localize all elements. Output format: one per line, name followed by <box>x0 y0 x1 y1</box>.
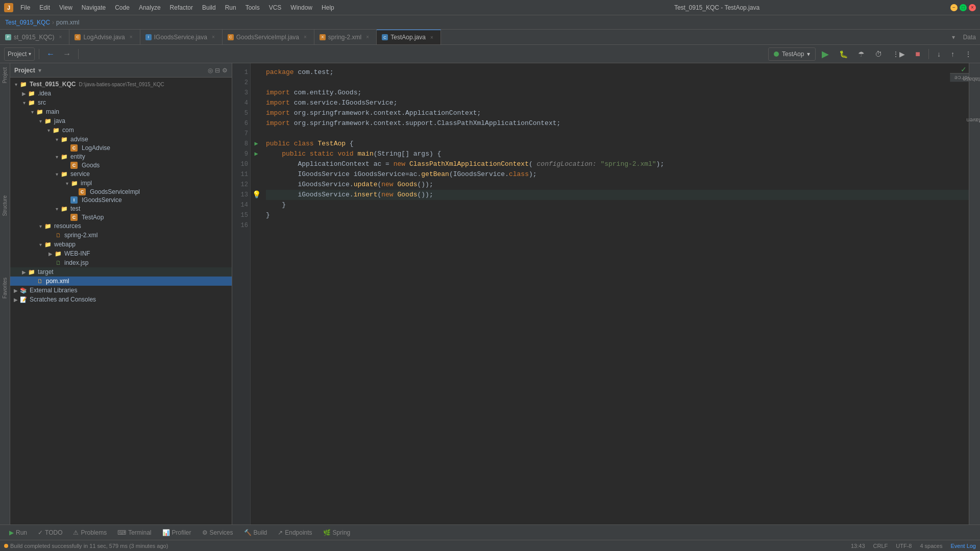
collapse-all-button[interactable]: ⊟ <box>215 67 220 74</box>
gutter-9[interactable]: ▶ <box>251 149 262 159</box>
code-content[interactable]: package com.test; import com.entity.Good… <box>262 63 969 524</box>
tab-close-goodsserviceimpl[interactable]: × <box>302 34 309 41</box>
tree-item-logadvise[interactable]: ▶ C LogAdvise <box>10 144 232 152</box>
bottom-tab-run[interactable]: ▶ Run <box>4 525 33 540</box>
tree-item-test[interactable]: ▾ 📁 test <box>10 204 232 213</box>
git-push-button[interactable]: ↑ <box>947 48 959 60</box>
tab-close-logadvise[interactable]: × <box>128 34 135 41</box>
menu-window[interactable]: Window <box>286 3 316 12</box>
project-dropdown[interactable]: Project ▾ <box>4 47 35 61</box>
line-num-9: 9 <box>232 149 248 159</box>
bottom-tab-todo[interactable]: ✓ TODO <box>33 525 68 540</box>
database-tab[interactable]: Database <box>963 77 980 83</box>
bottom-tab-problems[interactable]: ⚠ Problems <box>68 525 112 540</box>
tab-more-button[interactable]: ▾ <box>948 30 959 44</box>
menu-refactor[interactable]: Refactor <box>166 3 197 12</box>
tree-item-goodsserviceimpl[interactable]: ▶ C GoodsServiceImpl <box>10 188 232 196</box>
locate-file-button[interactable]: ◎ <box>208 67 213 74</box>
menu-build[interactable]: Build <box>198 3 220 12</box>
coverage-button[interactable]: ☂ <box>854 48 869 60</box>
tree-item-testaop[interactable]: ▶ C TestAop <box>10 213 232 221</box>
tree-item-pomxml[interactable]: ▶ 🗋 pom.xml <box>10 277 232 286</box>
menu-code[interactable]: Code <box>111 3 134 12</box>
tree-item-src[interactable]: ▾ 📁 src <box>10 98 232 107</box>
tab-close-spring2xml[interactable]: × <box>364 34 371 41</box>
tab-close-testaop[interactable]: × <box>428 34 435 41</box>
gutter-8[interactable]: ▶ <box>251 139 262 149</box>
close-button[interactable]: × <box>969 4 976 11</box>
tab-close-igoodsservice[interactable]: × <box>210 34 217 41</box>
favorites-strip-label[interactable]: Favorites <box>2 278 8 298</box>
breadcrumb-project[interactable]: Test_0915_KQC <box>5 19 50 26</box>
tab-goodsserviceimpl[interactable]: C GoodsServiceImpl.java × <box>223 30 314 44</box>
run-button[interactable]: ▶ <box>818 47 833 61</box>
run-line-8-icon[interactable]: ▶ <box>254 139 258 149</box>
tree-item-indexjsp[interactable]: ▶ 🗋 index.jsp <box>10 258 232 267</box>
tree-item-scratches[interactable]: ▶ 📝 Scratches and Consoles <box>10 295 232 304</box>
tab-testaop[interactable]: C TestAop.java × <box>377 30 441 44</box>
run-config-dropdown[interactable]: TestAop ▾ <box>768 47 816 61</box>
tree-item-java[interactable]: ▾ 📁 java <box>10 116 232 126</box>
bottom-tab-spring[interactable]: 🌿 Spring <box>318 525 356 540</box>
status-line-ending[interactable]: CRLF <box>873 543 888 549</box>
code-editor[interactable]: 1 2 3 4 5 6 7 8 9 10 11 12 13 14 15 16 <box>232 63 969 524</box>
tree-item-target[interactable]: ▶ 📁 target <box>10 267 232 277</box>
menu-view[interactable]: View <box>55 3 77 12</box>
tab-st0915kqc[interactable]: P st_0915_KQC) × <box>0 30 69 44</box>
bottom-tab-endpoints[interactable]: ↗ Endpoints <box>273 525 317 540</box>
tree-item-impl[interactable]: ▾ 📁 impl <box>10 179 232 188</box>
project-settings-button[interactable]: ⚙ <box>222 67 228 74</box>
tab-spring2xml[interactable]: X spring-2.xml × <box>314 30 377 44</box>
menu-navigate[interactable]: Navigate <box>78 3 110 12</box>
maven-tab[interactable]: Maven <box>966 117 980 123</box>
menu-edit[interactable]: Edit <box>35 3 54 12</box>
status-charset[interactable]: UTF-8 <box>896 543 912 549</box>
bulb-icon[interactable]: 💡 <box>252 190 261 200</box>
project-strip-label[interactable]: Project <box>2 67 8 83</box>
profile-button[interactable]: ⏱ <box>871 48 886 60</box>
menu-analyze[interactable]: Analyze <box>135 3 165 12</box>
menu-vcs[interactable]: VCS <box>265 3 286 12</box>
run-line-9-icon[interactable]: ▶ <box>254 149 258 159</box>
tree-item-spring2xml[interactable]: ▶ 🗋 spring-2.xml <box>10 231 232 240</box>
tree-item-advise[interactable]: ▾ 📁 advise <box>10 135 232 144</box>
bottom-tab-services[interactable]: ⚙ Services <box>197 525 239 540</box>
status-indent[interactable]: 4 spaces <box>920 543 942 549</box>
menu-help[interactable]: Help <box>317 3 338 12</box>
tab-igoodsservice[interactable]: I IGoodsService.java × <box>140 30 223 44</box>
menu-run[interactable]: Run <box>221 3 240 12</box>
more-button[interactable]: ⋮ <box>961 48 976 60</box>
tab-data[interactable]: Data <box>959 30 980 44</box>
maximize-button[interactable]: □ <box>960 4 967 11</box>
tree-item-extlibs[interactable]: ▶ 📚 External Libraries <box>10 286 232 295</box>
tree-label-goodsserviceimpl: GoodsServiceImpl <box>90 188 140 195</box>
bottom-tab-build[interactable]: 🔨 Build <box>239 525 273 540</box>
tree-item-service[interactable]: ▾ 📁 service <box>10 169 232 179</box>
breadcrumb-file[interactable]: pom.xml <box>56 19 79 26</box>
bottom-tab-profiler[interactable]: 📊 Profiler <box>157 525 197 540</box>
menu-tools[interactable]: Tools <box>241 3 264 12</box>
menu-file[interactable]: File <box>16 3 34 12</box>
tree-item-resources[interactable]: ▾ 📁 resources <box>10 221 232 231</box>
structure-strip-label[interactable]: Structure <box>2 195 8 216</box>
tree-item-root[interactable]: ▾ 📁 Test_0915_KQC D:\java-baties-space\T… <box>10 80 232 89</box>
tree-item-idea[interactable]: ▶ 📁 .idea <box>10 89 232 98</box>
more-run-button[interactable]: ⋮▶ <box>888 48 909 60</box>
tree-item-goods[interactable]: ▶ C Goods <box>10 161 232 169</box>
tree-item-webapp[interactable]: ▾ 📁 webapp <box>10 240 232 249</box>
tree-item-webinf[interactable]: ▶ 📁 WEB-INF <box>10 249 232 258</box>
tree-item-entity[interactable]: ▾ 📁 entity <box>10 152 232 161</box>
event-log-button[interactable]: Event Log <box>950 543 976 549</box>
tab-logadvise[interactable]: C LogAdvise.java × <box>69 30 140 44</box>
stop-button[interactable]: ■ <box>911 48 924 60</box>
navigate-forward-button[interactable]: → <box>60 48 74 60</box>
minimize-button[interactable]: − <box>950 4 958 11</box>
bottom-tab-terminal[interactable]: ⌨ Terminal <box>112 525 157 540</box>
git-update-button[interactable]: ↓ <box>933 48 945 60</box>
tree-item-com[interactable]: ▾ 📁 com <box>10 126 232 135</box>
tree-item-igoodsservice[interactable]: ▶ I IGoodsService <box>10 196 232 204</box>
debug-button[interactable]: 🐛 <box>835 48 852 60</box>
navigate-back-button[interactable]: ← <box>43 48 58 60</box>
tab-close-project[interactable]: × <box>57 34 64 41</box>
tree-item-main[interactable]: ▾ 📁 main <box>10 107 232 116</box>
